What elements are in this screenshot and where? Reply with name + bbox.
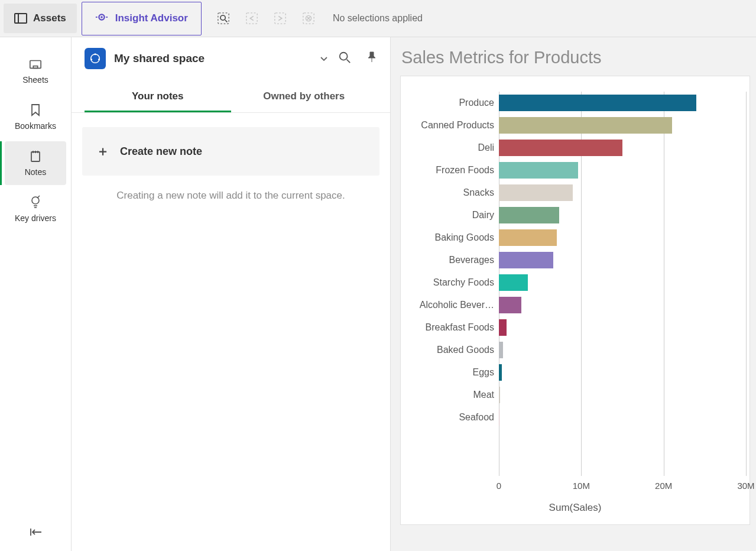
bar-fill [499, 95, 696, 111]
bar-fill [499, 184, 573, 201]
rail-item-bookmarks[interactable]: Bookmarks [5, 95, 66, 139]
svg-point-25 [91, 54, 100, 63]
bar-fill [499, 387, 500, 403]
axis-tick: 30M [737, 481, 754, 491]
clear-selections-icon[interactable] [302, 12, 315, 25]
panel-icon [14, 12, 27, 25]
rail-label: Key drivers [15, 213, 56, 223]
bulb-icon [29, 196, 42, 209]
bar-row[interactable]: Beverages [404, 249, 746, 271]
bar-row[interactable]: Starchy Foods [404, 271, 746, 294]
rail-item-key-drivers[interactable]: Key drivers [5, 187, 66, 231]
bar-label: Baking Goods [404, 232, 499, 243]
bar-label: Snacks [404, 187, 499, 198]
bar-fill [499, 207, 559, 223]
bar-row[interactable]: Deli [404, 137, 746, 159]
smart-search-icon[interactable] [217, 12, 230, 25]
bar-label: Frozen Foods [404, 165, 499, 176]
bar-fill [499, 229, 557, 246]
insight-label: Insight Advisor [115, 12, 188, 24]
empty-hint: Creating a new note will add it to the c… [72, 185, 390, 206]
bar-label: Dairy [404, 210, 499, 221]
insight-advisor-button[interactable]: Insight Advisor [82, 2, 202, 35]
bookmark-icon [29, 103, 42, 116]
bar-fill [499, 252, 553, 268]
svg-rect-10 [275, 13, 285, 24]
bar-fill [499, 274, 528, 291]
bar-fill [499, 409, 499, 426]
tab-owned-by-others[interactable]: Owned by others [231, 81, 378, 112]
plus-icon: ＋ [96, 142, 109, 160]
bar-row[interactable]: Baked Goods [404, 339, 746, 361]
selection-toolbar: No selections applied [217, 12, 423, 25]
rail-label: Sheets [22, 75, 48, 85]
topbar: Assets Insight Advisor No selections app… [0, 0, 756, 37]
bar-label: Alcoholic Bever… [404, 300, 499, 310]
sheet-icon [29, 57, 42, 70]
tab-your-notes[interactable]: Your notes [85, 81, 231, 112]
pin-icon[interactable] [366, 51, 377, 66]
bar-label: Meat [404, 390, 499, 400]
bar-row[interactable]: Breakfast Foods [404, 316, 746, 339]
search-notes-icon[interactable] [338, 51, 351, 66]
rail-label: Bookmarks [15, 121, 56, 131]
svg-rect-17 [31, 152, 40, 161]
bar-label: Baked Goods [404, 345, 499, 355]
bar-label: Seafood [404, 412, 499, 423]
left-rail: Sheets Bookmarks Notes Key drivers [0, 37, 72, 551]
svg-line-8 [225, 20, 228, 22]
bar-row[interactable]: Frozen Foods [404, 159, 746, 181]
svg-point-27 [98, 59, 100, 60]
svg-rect-0 [15, 14, 27, 23]
bar-fill [499, 364, 502, 381]
svg-point-3 [100, 16, 103, 18]
svg-rect-9 [246, 13, 257, 24]
axis-tick: 20M [655, 481, 672, 491]
svg-rect-16 [33, 66, 37, 69]
bar-label: Starchy Foods [404, 277, 499, 288]
collapse-rail-icon[interactable] [30, 527, 43, 539]
create-new-note-button[interactable]: ＋ Create new note [82, 127, 379, 176]
step-back-icon[interactable] [245, 12, 258, 25]
bar-row[interactable]: Produce [404, 92, 746, 114]
space-dropdown-icon[interactable] [318, 51, 330, 66]
chart-area: Sales Metrics for Products ProduceCanned… [391, 37, 756, 551]
bar-fill [499, 342, 503, 358]
bar-fill [499, 319, 507, 336]
bar-label: Breakfast Foods [404, 322, 499, 333]
svg-point-29 [340, 53, 348, 60]
axis-tick: 0 [497, 481, 501, 491]
bar-fill [499, 297, 521, 313]
bar-label: Canned Products [404, 120, 499, 131]
bar-fill [499, 117, 672, 134]
bar-label: Deli [404, 142, 499, 153]
chart-title: Sales Metrics for Products [401, 48, 750, 67]
bar-row[interactable]: Seafood [404, 406, 746, 429]
rail-label: Notes [25, 167, 47, 177]
note-icon [29, 150, 42, 163]
rail-item-notes[interactable]: Notes [5, 141, 66, 185]
bar-row[interactable]: Baking Goods [404, 226, 746, 249]
chart-card[interactable]: ProduceCanned ProductsDeliFrozen FoodsSn… [400, 76, 750, 525]
step-forward-icon[interactable] [274, 12, 287, 25]
space-icon [85, 48, 106, 69]
assets-button[interactable]: Assets [4, 4, 77, 33]
bar-row[interactable]: Dairy [404, 204, 746, 226]
bar-label: Beverages [404, 255, 499, 265]
svg-rect-15 [30, 61, 41, 69]
bar-row[interactable]: Snacks [404, 181, 746, 204]
svg-point-26 [95, 53, 96, 55]
bar-row[interactable]: Eggs [404, 361, 746, 384]
bar-label: Eggs [404, 367, 499, 378]
bar-row[interactable]: Alcoholic Bever… [404, 294, 746, 316]
rail-item-sheets[interactable]: Sheets [5, 49, 66, 93]
bar-fill [499, 162, 578, 179]
x-axis-label: Sum(Sales) [404, 502, 746, 514]
bar-fill [499, 140, 622, 156]
space-name: My shared space [114, 52, 310, 65]
insight-icon [95, 11, 108, 27]
bar-row[interactable]: Canned Products [404, 114, 746, 137]
bar-row[interactable]: Meat [404, 384, 746, 406]
create-label: Create new note [120, 145, 202, 158]
svg-point-28 [90, 59, 92, 60]
